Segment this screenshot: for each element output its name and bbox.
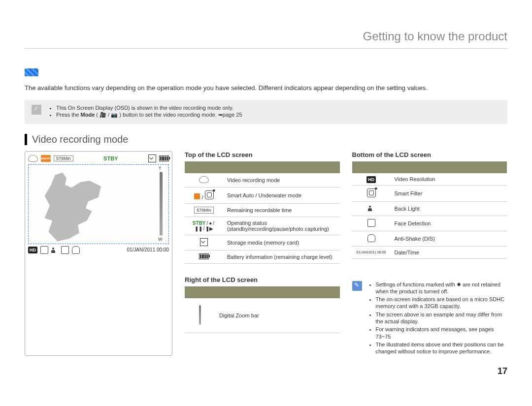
table-cell: Storage media (memory card) xyxy=(223,235,340,250)
note-item: Press the Mode ( 🎥 / 📷 ) button to set t… xyxy=(56,112,242,118)
table-row: HD Video Resolution xyxy=(352,173,507,186)
lcd-mockup: SMART 579Min STBY HD 01/JAN/2011 00:00 xyxy=(25,151,172,356)
note-item: This On Screen Display (OSD) is shown in… xyxy=(56,105,242,111)
footnote-item: For warning indicators and messages, see… xyxy=(376,326,507,340)
zoom-bar xyxy=(160,172,163,236)
footnote-item: The illustrated items above and their po… xyxy=(376,341,507,355)
footnote-block: Settings of functions marked with ✸ are … xyxy=(352,276,507,356)
table-cell: Video recording mode xyxy=(223,173,340,187)
lcd-preview-area xyxy=(28,164,169,244)
battery-icon xyxy=(159,156,169,161)
remaining-time-label: 579Min xyxy=(194,207,214,214)
table-row: Digital Zoom bar xyxy=(185,298,340,333)
table-header xyxy=(352,161,507,173)
table-row: 01/JAN/2011 00:00 Date/Time xyxy=(352,246,507,258)
cloud-icon xyxy=(28,155,38,162)
smart-filter-icon xyxy=(367,188,376,197)
table-row: Face Detection xyxy=(352,216,507,231)
page-number: 17 xyxy=(498,366,507,376)
underwater-star-icon xyxy=(205,190,214,199)
zoom-bar-icon xyxy=(199,305,201,325)
smart-auto-icon xyxy=(194,193,200,199)
table-row: / Smart Auto / Underwater mode xyxy=(185,187,340,203)
footnote-item: The on-screen indicators are based on a … xyxy=(376,296,507,310)
check-icon xyxy=(32,105,41,115)
snowboarder-silhouette-icon xyxy=(43,173,107,242)
table-header xyxy=(185,286,340,298)
stby-label: STBY xyxy=(103,156,118,161)
table-title: Right of the LCD screen xyxy=(185,276,340,283)
table-cell: Smart Auto / Underwater mode xyxy=(223,187,340,203)
filter-icon xyxy=(40,246,48,254)
table-row: Video recording mode xyxy=(185,173,340,187)
pencil-icon xyxy=(352,281,362,291)
bottom-table-block: Bottom of the LCD screen HD Video Resolu… xyxy=(352,151,507,264)
hd-icon: HD xyxy=(28,247,37,253)
storage-card-icon xyxy=(200,238,208,246)
table-cell: Battery information (remaining charge le… xyxy=(223,250,340,263)
decorator-icon xyxy=(25,68,38,76)
table-row: Smart Filter xyxy=(352,185,507,201)
lcd-top-row: SMART 579Min STBY xyxy=(28,155,169,162)
datetime-icon: 01/JAN/2011 00:00 xyxy=(352,246,391,258)
hd-icon: HD xyxy=(366,176,376,183)
remaining-time-label: 579Min xyxy=(54,156,73,161)
anti-shake-icon xyxy=(367,234,375,242)
note-box: This On Screen Display (OSD) is shown in… xyxy=(25,100,507,124)
backlight-icon xyxy=(368,205,375,212)
intro-text: The available functions vary depending o… xyxy=(25,83,507,93)
datetime-label: 01/JAN/2011 00:00 xyxy=(127,247,169,252)
face-detection-icon xyxy=(367,219,375,227)
right-table-block: Right of the LCD screen Digital Zoom bar xyxy=(185,276,340,356)
table-cell: Date/Time xyxy=(391,246,507,258)
status-icons: STBY/●/❚❚/❚▶ xyxy=(185,217,223,235)
table-row: Back Light xyxy=(352,201,507,216)
cloud-icon xyxy=(199,176,209,183)
lcd-bottom-row: HD 01/JAN/2011 00:00 xyxy=(28,246,169,254)
table-cell: Anti-Shake (DIS) xyxy=(391,231,507,246)
table-title: Bottom of the LCD screen xyxy=(352,151,507,158)
footnote-item: The screen above is an example and may d… xyxy=(376,311,507,325)
table-cell: Operating status (standby/recording/paus… xyxy=(223,217,340,235)
table-header xyxy=(185,161,340,173)
smart-auto-icon: SMART xyxy=(41,155,51,162)
table-row: Anti-Shake (DIS) xyxy=(352,231,507,246)
face-detection-icon xyxy=(61,246,69,254)
section-title: Video recording mode xyxy=(25,134,507,145)
battery-icon xyxy=(199,253,209,259)
table-row: 579Min Remaining recordable time xyxy=(185,203,340,217)
table-cell: Digital Zoom bar xyxy=(215,298,340,333)
table-row: Battery information (remaining charge le… xyxy=(185,250,340,263)
table-cell: Smart Filter xyxy=(391,185,507,201)
table-row: Storage media (memory card) xyxy=(185,235,340,250)
table-title: Top of the LCD screen xyxy=(185,151,340,158)
backlight-icon xyxy=(51,247,58,253)
footnote-item: Settings of functions marked with ✸ are … xyxy=(376,281,507,295)
top-table-block: Top of the LCD screen Video recording mo… xyxy=(185,151,340,264)
table-cell: Remaining recordable time xyxy=(223,203,340,217)
table-cell: Video Resolution xyxy=(391,173,507,186)
chapter-title: Getting to know the product xyxy=(25,30,507,49)
table-cell: Back Light xyxy=(391,201,507,216)
table-cell: Face Detection xyxy=(391,216,507,231)
storage-card-icon xyxy=(148,155,156,162)
table-row: STBY/●/❚❚/❚▶ Operating status (standby/r… xyxy=(185,217,340,235)
anti-shake-icon xyxy=(72,246,80,254)
